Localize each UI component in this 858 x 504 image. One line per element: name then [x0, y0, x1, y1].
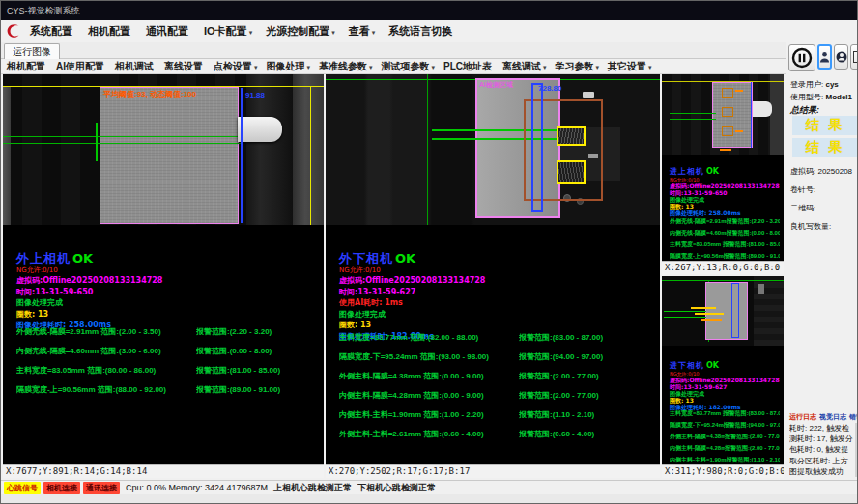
toolbar-item[interactable]: 基准线参数▾ — [319, 60, 373, 73]
yellow-roi — [557, 160, 586, 184]
toolbar-item[interactable]: 图像处理▾ — [267, 60, 311, 73]
chevron-down-icon: ▾ — [307, 64, 311, 70]
info-field-label: 虚拟码: — [790, 167, 815, 176]
measurement-row: 隔膜宽度-下=95.24mm 范围:(93.00 - 98.00) 报警范围:(… — [670, 421, 780, 430]
chevron-down-icon: ▾ — [254, 64, 258, 70]
operator-button[interactable] — [834, 44, 848, 70]
login-user-row: 登录用户: cys — [790, 79, 839, 90]
chevron-down-icon: ▾ — [372, 29, 376, 36]
toolbar-item[interactable]: 离线调试▾ — [502, 60, 547, 73]
measurement-value: 内侧主料-隔膜=4.28mm 范围:(0.00 - 9.00) — [670, 444, 725, 453]
model-value[interactable]: Model1 — [825, 93, 852, 101]
overlay-line: 圈数: 13 — [670, 397, 780, 404]
menu-item[interactable]: 通讯配置 — [146, 24, 190, 39]
overlay-line: 时间:13-31-59-627 — [670, 383, 780, 390]
measurement-alarm: 报警范围:(1.10 - 2.10) — [519, 409, 594, 420]
menu-item[interactable]: 相机配置 — [88, 24, 132, 39]
menu-item[interactable]: 系统语言切换 — [388, 24, 454, 39]
cpu-memory-readout: Cpu: 0.0% Memory: 3424.4179687M — [126, 483, 268, 492]
measurement-alarm: 报警范围:(0.00 - 8.00) — [727, 229, 780, 238]
measurement-alarm: 报警范围:(94.00 - 97.00) — [724, 421, 781, 430]
panel-lower-inner-camera: 进下相机OK NG允许:0/10 虚拟码:Offline202502081331… — [662, 276, 784, 478]
toolbar-item[interactable]: 相机配置 — [7, 60, 47, 73]
blue-gauge-line — [241, 88, 243, 223]
measurement-value: 隔膜宽度-上=90.56mm 范围:(88.00 - 92.00) — [16, 384, 196, 395]
measurement-row: 外侧主料-隔膜=4.38mm 范围:(0.00 - 9.00) 报警范围:(2.… — [670, 433, 780, 441]
measurement-value: 外侧主料-隔膜=4.38mm 范围:(0.00 - 9.00) — [670, 433, 725, 441]
user-login-button[interactable] — [817, 44, 832, 70]
overlay-lines: 虚拟码:Offline20250208133134728时间:13-31-59-… — [16, 275, 162, 331]
log-tab[interactable]: 视觉日志 — [819, 412, 846, 422]
app-status-bar: 心跳信号相机连接通讯连接 Cpu: 0.0% Memory: 3424.4179… — [1, 480, 858, 494]
tape-tab — [753, 101, 772, 117]
toolbar-item[interactable]: 学习参数▾ — [556, 60, 600, 73]
camera-image-lower-inner[interactable] — [662, 276, 784, 346]
result-overlay: 进上相机OK NG允许:0/10 虚拟码:Offline202502081331… — [670, 159, 780, 216]
edge-line-green — [96, 123, 98, 161]
pause-button[interactable] — [788, 44, 815, 71]
measurement-row: 主料宽度=83.05mm 范围:(80.00 - 86.00) 报警范围:(81… — [16, 365, 320, 376]
toolbar-items: 相机配置 AI使用配置 相机调试 离线设置 点检设置▾ 图像处理▾ 基准线参数▾… — [7, 60, 652, 73]
toolbar-item[interactable]: 离线设置 — [164, 60, 205, 73]
result-ok: OK — [706, 167, 719, 176]
status-badges: 心跳信号相机连接通讯连接 — [4, 482, 120, 494]
overlay-lines: 虚拟码:Offline20250208133134728时间:13-31-59-… — [670, 377, 780, 410]
toolbar-item[interactable]: 点检设置▾ — [214, 60, 258, 73]
pixel-coords-readout: X:267;Y:13;R:0;G:0;B:0 — [662, 261, 784, 274]
menu-item[interactable]: 查看▾ — [349, 24, 376, 39]
measurement-row: 主料宽度=83.05mm 范围:(80.00 - 86.00) 报警范围:(81… — [670, 240, 780, 249]
log-tab[interactable]: 运行日志 — [789, 412, 816, 422]
baseline-green-v — [427, 74, 428, 225]
overlay-line: 图像处理完成 — [670, 196, 780, 203]
measurement-row: 外侧主料-隔膜=4.38mm 范围:(0.00 - 9.00) 报警范围:(2.… — [339, 371, 656, 381]
menu-items: 系统配置 相机配置 通讯配置 IO卡配置▾ 光源控制配置▾ 查看▾ 系统语言切换 — [30, 24, 454, 39]
tape-tab — [238, 117, 282, 142]
overlay-line: 图像处理完成 — [670, 390, 780, 397]
toolbar-item[interactable]: 其它设置▾ — [608, 60, 652, 73]
camera-name: 进下相机 — [670, 361, 704, 370]
overlay-lines: 虚拟码:Offline20250208133134728时间:13-31-59-… — [670, 182, 780, 216]
menu-item[interactable]: IO卡配置▾ — [204, 24, 252, 39]
menu-item[interactable]: 光源控制配置▾ — [266, 24, 335, 39]
window-title: CYS-视觉检测系统 — [7, 5, 80, 17]
toolbar-item[interactable]: 测试项参数▾ — [382, 60, 436, 73]
chevron-down-icon: ▾ — [432, 64, 436, 70]
model-label: 使用型号: — [790, 93, 823, 101]
overlay-line: 时间:13-31-59-650 — [16, 287, 162, 298]
overlay-line: 时间:13-31-59-650 — [670, 189, 780, 196]
metal-highlight — [583, 92, 594, 98]
menu-item[interactable]: 系统配置 — [30, 24, 74, 39]
machine-edge — [3, 87, 11, 225]
exit-button[interactable] — [850, 44, 858, 70]
result-ok: OK — [72, 251, 93, 266]
gauge-value-label: 91.88 — [245, 91, 265, 99]
toolbar-item[interactable]: 相机调试 — [115, 60, 156, 73]
tab-run-image[interactable]: 运行图像 — [4, 43, 60, 59]
measurement-alarm: 报警范围:(0.00 - 8.00) — [196, 346, 272, 356]
measurement-row: 主料宽度=83.77mm 范围:(82.00 - 88.00) 报警范围:(83… — [670, 409, 780, 418]
overlay-line: 圈数: 13 — [670, 203, 780, 210]
measurement-row: 隔膜宽度-上=90.56mm 范围:(88.00 - 92.00) 报警范围:(… — [16, 384, 320, 395]
measurement-alarm: 报警范围:(1.10 - 2.10) — [727, 456, 780, 464]
orange-mark — [735, 90, 743, 92]
toolbar-item[interactable]: PLC地址表 — [443, 60, 494, 73]
camera-image-upper-inner[interactable] — [662, 74, 784, 155]
result-overlay: 进下相机OK NG允许:0/10 虚拟码:Offline202502081331… — [670, 353, 780, 410]
log-text: 耗时: 222, 触发检测耗时: 17, 触发分包耗时: 0, 触发提取分区耗时… — [789, 423, 855, 477]
blue-gauge-rect — [731, 283, 739, 338]
app-logo-icon — [5, 22, 22, 40]
measurement-row: 外侧壳线-隔膜=2.91mm 范围:(2.00 - 3.50) 报警范围:(2.… — [670, 217, 780, 226]
log-tab[interactable]: 错误日志 — [849, 412, 858, 422]
measurement-alarm: 报警范围:(89.00 - 91.00) — [724, 252, 781, 261]
overlay-line: 虚拟码:Offline20250208133134728 — [670, 377, 780, 383]
result-ok: OK — [706, 361, 719, 370]
camera-image-upper-outer[interactable]: 平均阈值:93, 动态阈值:100 91.88 — [3, 74, 324, 225]
orange-roi — [722, 126, 733, 136]
camera-image-lower-outer[interactable]: AI检测区域 728.80 — [326, 74, 660, 225]
toolbar-item[interactable]: AI使用配置 — [56, 60, 106, 73]
overlay-line: 使用AI耗时: 1ms — [339, 297, 485, 309]
status-badge: 相机连接 — [43, 482, 80, 494]
measurement-row: 外侧主料-主料=2.61mm 范围:(0.60 - 4.00) 报警范围:(0.… — [339, 429, 656, 439]
measurement-value: 外侧壳线-隔膜=2.91mm 范围:(2.00 - 3.50) — [16, 326, 196, 337]
measure-line-green — [3, 136, 241, 137]
